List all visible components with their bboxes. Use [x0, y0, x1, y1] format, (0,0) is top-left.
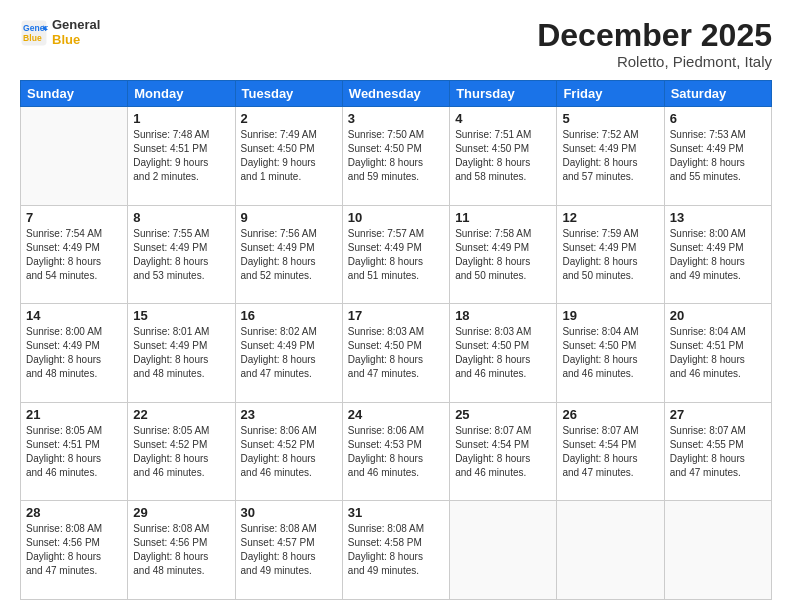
- day-number: 4: [455, 111, 551, 126]
- calendar-cell: 14Sunrise: 8:00 AMSunset: 4:49 PMDayligh…: [21, 304, 128, 403]
- day-number: 7: [26, 210, 122, 225]
- calendar-cell: 3Sunrise: 7:50 AMSunset: 4:50 PMDaylight…: [342, 107, 449, 206]
- day-info: Sunrise: 8:07 AMSunset: 4:54 PMDaylight:…: [455, 424, 551, 480]
- day-info: Sunrise: 8:07 AMSunset: 4:55 PMDaylight:…: [670, 424, 766, 480]
- calendar-cell: 9Sunrise: 7:56 AMSunset: 4:49 PMDaylight…: [235, 205, 342, 304]
- calendar-cell: [557, 501, 664, 600]
- day-number: 28: [26, 505, 122, 520]
- calendar-cell: 13Sunrise: 8:00 AMSunset: 4:49 PMDayligh…: [664, 205, 771, 304]
- day-number: 26: [562, 407, 658, 422]
- day-info: Sunrise: 8:08 AMSunset: 4:57 PMDaylight:…: [241, 522, 337, 578]
- day-number: 2: [241, 111, 337, 126]
- day-header-friday: Friday: [557, 81, 664, 107]
- day-info: Sunrise: 8:04 AMSunset: 4:50 PMDaylight:…: [562, 325, 658, 381]
- day-number: 18: [455, 308, 551, 323]
- calendar-week-row: 28Sunrise: 8:08 AMSunset: 4:56 PMDayligh…: [21, 501, 772, 600]
- calendar-cell: 5Sunrise: 7:52 AMSunset: 4:49 PMDaylight…: [557, 107, 664, 206]
- page: General Blue General Blue December 2025 …: [0, 0, 792, 612]
- calendar-cell: [664, 501, 771, 600]
- calendar-cell: 15Sunrise: 8:01 AMSunset: 4:49 PMDayligh…: [128, 304, 235, 403]
- day-number: 10: [348, 210, 444, 225]
- calendar-cell: 1Sunrise: 7:48 AMSunset: 4:51 PMDaylight…: [128, 107, 235, 206]
- calendar-cell: 17Sunrise: 8:03 AMSunset: 4:50 PMDayligh…: [342, 304, 449, 403]
- day-info: Sunrise: 8:06 AMSunset: 4:52 PMDaylight:…: [241, 424, 337, 480]
- day-info: Sunrise: 7:49 AMSunset: 4:50 PMDaylight:…: [241, 128, 337, 184]
- calendar-cell: 21Sunrise: 8:05 AMSunset: 4:51 PMDayligh…: [21, 402, 128, 501]
- day-number: 30: [241, 505, 337, 520]
- day-number: 27: [670, 407, 766, 422]
- svg-text:Blue: Blue: [23, 33, 42, 43]
- day-number: 5: [562, 111, 658, 126]
- calendar-week-row: 14Sunrise: 8:00 AMSunset: 4:49 PMDayligh…: [21, 304, 772, 403]
- calendar-cell: 27Sunrise: 8:07 AMSunset: 4:55 PMDayligh…: [664, 402, 771, 501]
- day-number: 1: [133, 111, 229, 126]
- calendar-week-row: 1Sunrise: 7:48 AMSunset: 4:51 PMDaylight…: [21, 107, 772, 206]
- day-info: Sunrise: 8:03 AMSunset: 4:50 PMDaylight:…: [348, 325, 444, 381]
- day-info: Sunrise: 7:58 AMSunset: 4:49 PMDaylight:…: [455, 227, 551, 283]
- day-info: Sunrise: 7:50 AMSunset: 4:50 PMDaylight:…: [348, 128, 444, 184]
- calendar-cell: 11Sunrise: 7:58 AMSunset: 4:49 PMDayligh…: [450, 205, 557, 304]
- calendar-cell: 4Sunrise: 7:51 AMSunset: 4:50 PMDaylight…: [450, 107, 557, 206]
- logo: General Blue General Blue: [20, 18, 100, 48]
- header: General Blue General Blue December 2025 …: [20, 18, 772, 70]
- month-title: December 2025: [537, 18, 772, 53]
- day-header-saturday: Saturday: [664, 81, 771, 107]
- calendar-cell: 23Sunrise: 8:06 AMSunset: 4:52 PMDayligh…: [235, 402, 342, 501]
- calendar-cell: 6Sunrise: 7:53 AMSunset: 4:49 PMDaylight…: [664, 107, 771, 206]
- day-info: Sunrise: 7:51 AMSunset: 4:50 PMDaylight:…: [455, 128, 551, 184]
- day-info: Sunrise: 8:08 AMSunset: 4:56 PMDaylight:…: [133, 522, 229, 578]
- day-info: Sunrise: 7:59 AMSunset: 4:49 PMDaylight:…: [562, 227, 658, 283]
- day-info: Sunrise: 7:56 AMSunset: 4:49 PMDaylight:…: [241, 227, 337, 283]
- day-number: 17: [348, 308, 444, 323]
- day-info: Sunrise: 8:02 AMSunset: 4:49 PMDaylight:…: [241, 325, 337, 381]
- calendar-week-row: 21Sunrise: 8:05 AMSunset: 4:51 PMDayligh…: [21, 402, 772, 501]
- calendar-cell: 31Sunrise: 8:08 AMSunset: 4:58 PMDayligh…: [342, 501, 449, 600]
- day-number: 12: [562, 210, 658, 225]
- day-info: Sunrise: 7:54 AMSunset: 4:49 PMDaylight:…: [26, 227, 122, 283]
- day-header-sunday: Sunday: [21, 81, 128, 107]
- day-header-thursday: Thursday: [450, 81, 557, 107]
- day-number: 13: [670, 210, 766, 225]
- day-number: 29: [133, 505, 229, 520]
- day-number: 6: [670, 111, 766, 126]
- day-number: 14: [26, 308, 122, 323]
- calendar-cell: 22Sunrise: 8:05 AMSunset: 4:52 PMDayligh…: [128, 402, 235, 501]
- day-info: Sunrise: 7:57 AMSunset: 4:49 PMDaylight:…: [348, 227, 444, 283]
- day-number: 9: [241, 210, 337, 225]
- day-header-tuesday: Tuesday: [235, 81, 342, 107]
- logo-icon: General Blue: [20, 19, 48, 47]
- day-header-wednesday: Wednesday: [342, 81, 449, 107]
- day-number: 23: [241, 407, 337, 422]
- logo-line2: Blue: [52, 33, 100, 48]
- day-number: 19: [562, 308, 658, 323]
- location-subtitle: Roletto, Piedmont, Italy: [537, 53, 772, 70]
- day-number: 20: [670, 308, 766, 323]
- calendar-cell: 2Sunrise: 7:49 AMSunset: 4:50 PMDaylight…: [235, 107, 342, 206]
- day-number: 16: [241, 308, 337, 323]
- calendar-cell: 25Sunrise: 8:07 AMSunset: 4:54 PMDayligh…: [450, 402, 557, 501]
- day-number: 21: [26, 407, 122, 422]
- calendar-header-row: SundayMondayTuesdayWednesdayThursdayFrid…: [21, 81, 772, 107]
- day-info: Sunrise: 8:05 AMSunset: 4:52 PMDaylight:…: [133, 424, 229, 480]
- calendar-cell: 18Sunrise: 8:03 AMSunset: 4:50 PMDayligh…: [450, 304, 557, 403]
- day-number: 22: [133, 407, 229, 422]
- day-info: Sunrise: 8:04 AMSunset: 4:51 PMDaylight:…: [670, 325, 766, 381]
- calendar-cell: [21, 107, 128, 206]
- calendar-cell: 19Sunrise: 8:04 AMSunset: 4:50 PMDayligh…: [557, 304, 664, 403]
- day-info: Sunrise: 8:08 AMSunset: 4:58 PMDaylight:…: [348, 522, 444, 578]
- calendar-cell: 28Sunrise: 8:08 AMSunset: 4:56 PMDayligh…: [21, 501, 128, 600]
- day-number: 24: [348, 407, 444, 422]
- day-info: Sunrise: 8:03 AMSunset: 4:50 PMDaylight:…: [455, 325, 551, 381]
- title-block: December 2025 Roletto, Piedmont, Italy: [537, 18, 772, 70]
- day-number: 31: [348, 505, 444, 520]
- day-info: Sunrise: 8:07 AMSunset: 4:54 PMDaylight:…: [562, 424, 658, 480]
- day-info: Sunrise: 8:05 AMSunset: 4:51 PMDaylight:…: [26, 424, 122, 480]
- calendar-cell: 16Sunrise: 8:02 AMSunset: 4:49 PMDayligh…: [235, 304, 342, 403]
- calendar-cell: 26Sunrise: 8:07 AMSunset: 4:54 PMDayligh…: [557, 402, 664, 501]
- day-info: Sunrise: 7:55 AMSunset: 4:49 PMDaylight:…: [133, 227, 229, 283]
- day-header-monday: Monday: [128, 81, 235, 107]
- day-number: 8: [133, 210, 229, 225]
- calendar-cell: [450, 501, 557, 600]
- calendar-cell: 20Sunrise: 8:04 AMSunset: 4:51 PMDayligh…: [664, 304, 771, 403]
- calendar-cell: 7Sunrise: 7:54 AMSunset: 4:49 PMDaylight…: [21, 205, 128, 304]
